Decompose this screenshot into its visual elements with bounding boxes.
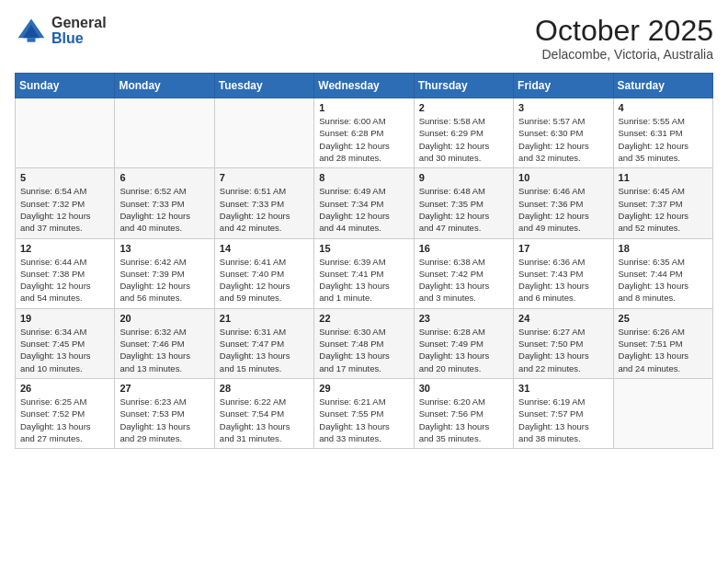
calendar-cell: 21Sunrise: 6:31 AM Sunset: 7:47 PM Dayli… <box>214 308 313 378</box>
day-info: Sunrise: 6:20 AM Sunset: 7:56 PM Dayligh… <box>419 396 508 444</box>
day-info: Sunrise: 6:27 AM Sunset: 7:50 PM Dayligh… <box>518 326 608 374</box>
day-info: Sunrise: 6:00 AM Sunset: 6:28 PM Dayligh… <box>319 115 408 164</box>
day-info: Sunrise: 6:41 AM Sunset: 7:40 PM Dayligh… <box>220 256 309 304</box>
calendar-cell: 27Sunrise: 6:23 AM Sunset: 7:53 PM Dayli… <box>115 378 214 448</box>
calendar-cell: 4Sunrise: 5:55 AM Sunset: 6:31 PM Daylig… <box>613 98 712 168</box>
day-number: 20 <box>119 313 209 324</box>
day-number: 28 <box>220 383 309 394</box>
day-info: Sunrise: 6:54 AM Sunset: 7:32 PM Dayligh… <box>20 185 109 234</box>
calendar-week-3: 12Sunrise: 6:44 AM Sunset: 7:38 PM Dayli… <box>16 238 713 308</box>
logo-blue-text: Blue <box>51 31 107 47</box>
logo-general-text: General <box>51 16 107 31</box>
calendar-cell: 28Sunrise: 6:22 AM Sunset: 7:54 PM Dayli… <box>214 378 313 448</box>
day-info: Sunrise: 6:22 AM Sunset: 7:54 PM Dayligh… <box>220 396 309 444</box>
day-number: 22 <box>319 313 408 324</box>
calendar-cell: 16Sunrise: 6:38 AM Sunset: 7:42 PM Dayli… <box>414 238 513 308</box>
svg-rect-2 <box>28 38 36 42</box>
weekday-header-sunday: Sunday <box>16 74 115 98</box>
day-info: Sunrise: 5:57 AM Sunset: 6:30 PM Dayligh… <box>518 115 608 164</box>
calendar-cell: 1Sunrise: 6:00 AM Sunset: 6:28 PM Daylig… <box>314 98 414 168</box>
day-number: 11 <box>619 172 708 183</box>
calendar-cell: 24Sunrise: 6:27 AM Sunset: 7:50 PM Dayli… <box>514 308 613 378</box>
page-header: General Blue October 2025 Delacombe, Vic… <box>15 15 713 62</box>
calendar-cell <box>115 98 214 168</box>
day-info: Sunrise: 5:58 AM Sunset: 6:29 PM Dayligh… <box>419 115 508 164</box>
calendar-week-2: 5Sunrise: 6:54 AM Sunset: 7:32 PM Daylig… <box>16 168 713 238</box>
calendar-cell: 19Sunrise: 6:34 AM Sunset: 7:45 PM Dayli… <box>16 308 115 378</box>
day-info: Sunrise: 6:26 AM Sunset: 7:51 PM Dayligh… <box>619 326 708 374</box>
calendar-week-4: 19Sunrise: 6:34 AM Sunset: 7:45 PM Dayli… <box>16 308 713 378</box>
calendar-cell <box>16 98 115 168</box>
day-info: Sunrise: 6:48 AM Sunset: 7:35 PM Dayligh… <box>419 185 508 234</box>
calendar-table: SundayMondayTuesdayWednesdayThursdayFrid… <box>15 73 713 449</box>
calendar-cell: 12Sunrise: 6:44 AM Sunset: 7:38 PM Dayli… <box>16 238 115 308</box>
calendar-cell: 2Sunrise: 5:58 AM Sunset: 6:29 PM Daylig… <box>414 98 513 168</box>
day-info: Sunrise: 6:28 AM Sunset: 7:49 PM Dayligh… <box>419 326 508 374</box>
day-number: 8 <box>319 172 408 183</box>
logo-name: General Blue <box>51 16 107 47</box>
day-info: Sunrise: 6:49 AM Sunset: 7:34 PM Dayligh… <box>319 185 408 234</box>
day-info: Sunrise: 6:52 AM Sunset: 7:33 PM Dayligh… <box>119 185 209 234</box>
day-info: Sunrise: 6:36 AM Sunset: 7:43 PM Dayligh… <box>518 256 608 304</box>
logo-icon <box>15 15 48 48</box>
calendar-week-1: 1Sunrise: 6:00 AM Sunset: 6:28 PM Daylig… <box>16 98 713 168</box>
calendar-cell: 23Sunrise: 6:28 AM Sunset: 7:49 PM Dayli… <box>414 308 513 378</box>
calendar-cell: 3Sunrise: 5:57 AM Sunset: 6:30 PM Daylig… <box>514 98 613 168</box>
day-number: 17 <box>518 243 608 254</box>
calendar-cell: 14Sunrise: 6:41 AM Sunset: 7:40 PM Dayli… <box>214 238 313 308</box>
calendar-cell: 6Sunrise: 6:52 AM Sunset: 7:33 PM Daylig… <box>115 168 214 238</box>
calendar-cell: 5Sunrise: 6:54 AM Sunset: 7:32 PM Daylig… <box>16 168 115 238</box>
calendar-cell: 10Sunrise: 6:46 AM Sunset: 7:36 PM Dayli… <box>514 168 613 238</box>
day-number: 2 <box>419 102 508 113</box>
calendar-cell: 17Sunrise: 6:36 AM Sunset: 7:43 PM Dayli… <box>514 238 613 308</box>
day-number: 5 <box>20 172 109 183</box>
day-number: 30 <box>419 383 508 394</box>
day-number: 10 <box>518 172 608 183</box>
day-number: 3 <box>518 102 608 113</box>
day-info: Sunrise: 6:46 AM Sunset: 7:36 PM Dayligh… <box>518 185 608 234</box>
day-info: Sunrise: 6:45 AM Sunset: 7:37 PM Dayligh… <box>619 185 708 234</box>
day-number: 19 <box>20 313 109 324</box>
weekday-header-friday: Friday <box>514 74 613 98</box>
day-number: 25 <box>619 313 708 324</box>
day-info: Sunrise: 6:31 AM Sunset: 7:47 PM Dayligh… <box>220 326 309 374</box>
day-number: 18 <box>619 243 708 254</box>
weekday-header-saturday: Saturday <box>613 74 712 98</box>
day-number: 21 <box>220 313 309 324</box>
weekday-header-monday: Monday <box>115 74 214 98</box>
day-info: Sunrise: 6:44 AM Sunset: 7:38 PM Dayligh… <box>20 256 109 304</box>
location-text: Delacombe, Victoria, Australia <box>535 47 713 62</box>
calendar-cell: 26Sunrise: 6:25 AM Sunset: 7:52 PM Dayli… <box>16 378 115 448</box>
weekday-header-row: SundayMondayTuesdayWednesdayThursdayFrid… <box>16 74 713 98</box>
day-number: 4 <box>619 102 708 113</box>
weekday-header-wednesday: Wednesday <box>314 74 414 98</box>
calendar-cell: 22Sunrise: 6:30 AM Sunset: 7:48 PM Dayli… <box>314 308 414 378</box>
day-number: 7 <box>220 172 309 183</box>
day-info: Sunrise: 6:19 AM Sunset: 7:57 PM Dayligh… <box>518 396 608 444</box>
day-info: Sunrise: 6:23 AM Sunset: 7:53 PM Dayligh… <box>119 396 209 444</box>
weekday-header-thursday: Thursday <box>414 74 513 98</box>
day-number: 23 <box>419 313 508 324</box>
day-info: Sunrise: 6:51 AM Sunset: 7:33 PM Dayligh… <box>220 185 309 234</box>
day-number: 31 <box>518 383 608 394</box>
day-info: Sunrise: 6:39 AM Sunset: 7:41 PM Dayligh… <box>319 256 408 304</box>
day-info: Sunrise: 6:38 AM Sunset: 7:42 PM Dayligh… <box>419 256 508 304</box>
calendar-cell: 18Sunrise: 6:35 AM Sunset: 7:44 PM Dayli… <box>613 238 712 308</box>
calendar-cell: 8Sunrise: 6:49 AM Sunset: 7:34 PM Daylig… <box>314 168 414 238</box>
calendar-cell: 13Sunrise: 6:42 AM Sunset: 7:39 PM Dayli… <box>115 238 214 308</box>
calendar-cell: 20Sunrise: 6:32 AM Sunset: 7:46 PM Dayli… <box>115 308 214 378</box>
day-info: Sunrise: 5:55 AM Sunset: 6:31 PM Dayligh… <box>619 115 708 164</box>
logo: General Blue <box>15 15 107 48</box>
month-title: October 2025 <box>535 15 713 47</box>
calendar-cell: 11Sunrise: 6:45 AM Sunset: 7:37 PM Dayli… <box>613 168 712 238</box>
day-number: 24 <box>518 313 608 324</box>
day-number: 12 <box>20 243 109 254</box>
calendar-cell: 30Sunrise: 6:20 AM Sunset: 7:56 PM Dayli… <box>414 378 513 448</box>
calendar-cell <box>613 378 712 448</box>
calendar-cell: 29Sunrise: 6:21 AM Sunset: 7:55 PM Dayli… <box>314 378 414 448</box>
day-number: 26 <box>20 383 109 394</box>
calendar-cell <box>214 98 313 168</box>
day-info: Sunrise: 6:32 AM Sunset: 7:46 PM Dayligh… <box>119 326 209 374</box>
day-info: Sunrise: 6:42 AM Sunset: 7:39 PM Dayligh… <box>119 256 209 304</box>
weekday-header-tuesday: Tuesday <box>214 74 313 98</box>
